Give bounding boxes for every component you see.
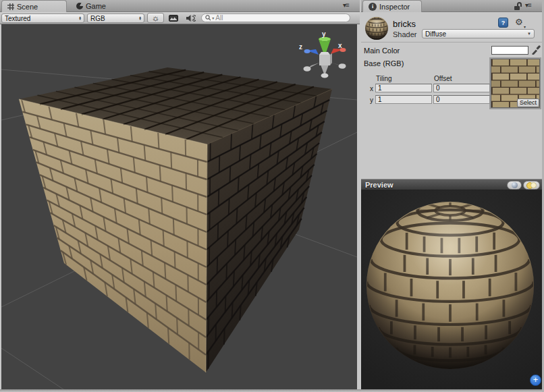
inspector-tabstrip: i Inspector ▾≡: [361, 0, 542, 12]
scene-search-field[interactable]: ▾: [201, 13, 350, 22]
info-icon: i: [369, 3, 377, 11]
scene-viewport[interactable]: y x z: [1, 24, 357, 389]
preview-title: Preview: [365, 181, 393, 189]
tab-inspector-label: Inspector: [379, 3, 410, 11]
tab-game-label: Game: [86, 2, 106, 10]
sphere-toggle-icon: [512, 182, 518, 188]
tab-scene[interactable]: Scene: [1, 0, 67, 12]
skybox-fx-button[interactable]: [165, 13, 182, 23]
window-frame-bottom: [0, 389, 544, 392]
game-icon: [76, 3, 83, 9]
base-texture-thumbnail[interactable]: Select: [491, 59, 540, 108]
main-color-swatch[interactable]: [491, 46, 528, 55]
scene-3d-canvas: y x z: [1, 24, 357, 389]
gizmo-x-label: x: [338, 42, 342, 49]
scene-grid-icon: [7, 3, 14, 10]
material-inspector: bricks Shader Diffuse ▼ ? ⚙ ▾ Main Color…: [361, 12, 542, 179]
scene-toolbar: Textured ▴▾ RGB ▴▾ ☼: [0, 12, 360, 24]
scene-tabstrip: Scene Game ▾≡: [0, 0, 360, 12]
shader-dropdown[interactable]: Diffuse ▼: [422, 29, 535, 38]
preview-model-button[interactable]: [507, 181, 522, 190]
inspector-tab-menu-icon[interactable]: ▾≡: [525, 1, 531, 9]
material-sphere-thumbnail: [364, 16, 389, 40]
lock-icon[interactable]: [514, 2, 522, 10]
axis-y-label: y: [370, 96, 373, 104]
offset-y-input[interactable]: [433, 95, 490, 104]
axis-gizmo[interactable]: y x z: [299, 30, 346, 78]
tab-inspector[interactable]: i Inspector: [362, 0, 422, 12]
base-rgb-label: Base (RGB): [364, 59, 404, 67]
plus-icon[interactable]: +: [530, 374, 541, 386]
search-icon: [205, 15, 211, 21]
preview-header[interactable]: Preview: [361, 179, 542, 190]
offset-header: Offset: [434, 75, 452, 82]
render-mode-dropdown[interactable]: Textured ▴▾: [1, 13, 84, 23]
dropdown-arrow-icon: ▼: [527, 32, 531, 36]
preview-lighting-button[interactable]: [523, 181, 540, 190]
material-name: bricks: [393, 19, 416, 29]
tab-game[interactable]: Game: [71, 0, 129, 12]
updown-arrows-icon: ▴▾: [79, 16, 81, 21]
gizmo-center-cube[interactable]: [319, 55, 330, 65]
preview-sphere-render: [361, 190, 542, 389]
tiling-header: Tiling: [376, 75, 392, 82]
updown-arrows-icon: ▴▾: [139, 16, 141, 21]
inspector-panel: i Inspector ▾≡ bricks Shader Diffuse ▼ ?…: [361, 0, 542, 392]
shader-value: Diffuse: [425, 30, 527, 38]
gizmo-y-label: y: [322, 30, 326, 38]
scene-panel: Scene Game ▾≡ Textured ▴▾ RGB ▴▾ ☼: [0, 0, 360, 392]
render-mode-value: Textured: [5, 15, 77, 22]
channel-dropdown[interactable]: RGB ▴▾: [87, 13, 144, 23]
eyedropper-icon[interactable]: [531, 45, 541, 55]
lighting-toggle-button[interactable]: ☼: [147, 13, 164, 23]
audio-toggle-button[interactable]: [182, 13, 198, 23]
axis-x-label: x: [370, 85, 373, 92]
help-icon[interactable]: ?: [498, 18, 508, 28]
search-filter-caret-icon[interactable]: ▾: [212, 16, 214, 20]
select-texture-button[interactable]: Select: [517, 99, 539, 107]
main-color-label: Main Color: [364, 47, 400, 55]
speaker-icon: [186, 14, 196, 22]
tiling-x-input[interactable]: [375, 84, 432, 92]
image-icon: [169, 15, 178, 22]
gizmo-z-label: z: [299, 43, 302, 51]
tab-scene-label: Scene: [17, 3, 38, 11]
channel-value: RGB: [90, 15, 137, 22]
brick-cube[interactable]: [19, 67, 332, 372]
preview-area[interactable]: +: [361, 190, 542, 389]
light-circle2-icon: [531, 182, 537, 188]
search-input[interactable]: [215, 14, 346, 22]
shader-label: Shader: [393, 30, 416, 38]
tiling-y-input[interactable]: [375, 95, 432, 104]
gear-icon[interactable]: ⚙: [515, 18, 523, 26]
scene-tab-menu-icon[interactable]: ▾≡: [343, 1, 349, 9]
offset-x-input[interactable]: [433, 84, 490, 92]
gear-caret-icon: ▾: [524, 24, 526, 29]
sun-icon: ☼: [152, 13, 160, 22]
